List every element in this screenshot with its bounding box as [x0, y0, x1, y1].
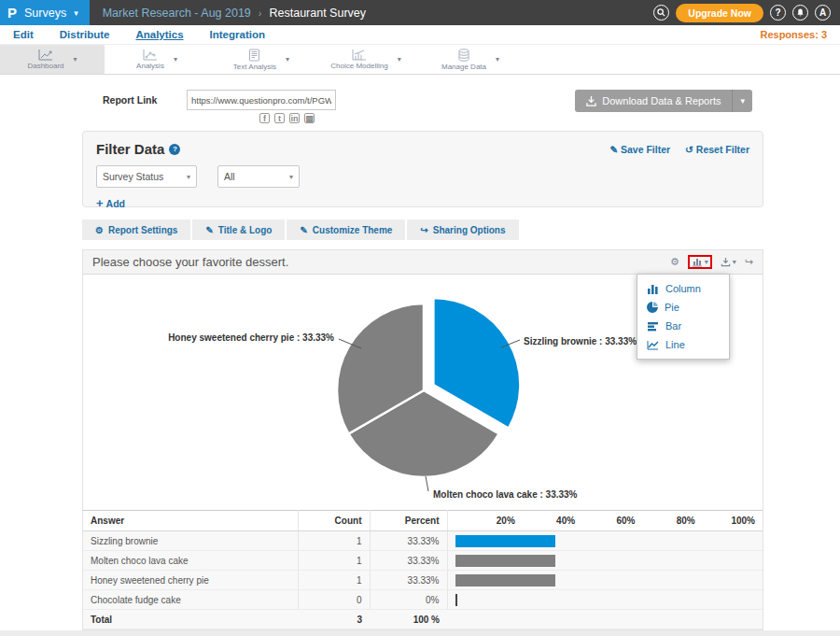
edit-icon: ✎	[205, 225, 213, 235]
count-cell[interactable]: 1	[298, 531, 370, 551]
breadcrumb-parent[interactable]: Market Research - Aug 2019	[103, 7, 251, 20]
avatar[interactable]: A	[815, 5, 831, 21]
answer-cell: Sizzling brownie	[83, 531, 298, 551]
answer-cell: Molten choco lava cake	[83, 551, 298, 571]
filter-data-section: Filter Data ? ✎ Save Filter ↺ Reset Filt…	[82, 131, 763, 207]
count-cell[interactable]: 0	[298, 590, 370, 610]
question-chart-panel: Please choose your favorite dessert. ⚙ ▾…	[82, 249, 763, 630]
count-cell[interactable]: 1	[298, 551, 370, 571]
plus-icon: +	[96, 196, 104, 210]
column-chart-icon	[647, 284, 659, 294]
question-title: Please choose your favorite dessert.	[92, 255, 288, 269]
chart-type-icon[interactable]: ▾	[692, 257, 708, 267]
table-row: Molten choco lava cake 1 33.33%	[83, 551, 763, 571]
tab-analysis[interactable]: Analysis ▾	[105, 45, 209, 74]
tab-dashboard[interactable]: Dashboard ▾	[0, 45, 105, 74]
pie-slice-label: Honey sweetened cherry pie : 33.33%	[168, 332, 334, 343]
facebook-icon[interactable]: f	[259, 113, 270, 123]
chevron-down-icon[interactable]: ▾	[174, 55, 177, 64]
embed-icon[interactable]: ▤	[304, 113, 315, 123]
tab-customize-theme[interactable]: ✎ Customize Theme	[287, 219, 405, 240]
count-column-header: Count	[298, 511, 370, 531]
analysis-chart-icon	[143, 49, 158, 61]
search-icon[interactable]	[653, 5, 669, 21]
tab-manage-data[interactable]: Manage Data ▾	[418, 45, 523, 74]
nav-distribute[interactable]: Distribute	[60, 29, 110, 40]
tab-sharing-options[interactable]: ↪ Sharing Options	[407, 219, 518, 240]
nav-analytics[interactable]: Analytics	[135, 29, 183, 40]
gear-icon: ⚙	[95, 225, 104, 235]
filter-field-select[interactable]: Survey Status ▾	[96, 165, 197, 188]
download-icon	[586, 96, 596, 106]
upgrade-now-button[interactable]: Upgrade Now	[676, 4, 763, 22]
menu-item-pie[interactable]: Pie	[637, 298, 729, 317]
chevron-down-icon: ▾	[74, 8, 78, 18]
reset-icon: ↺	[685, 144, 693, 155]
text-analysis-icon	[248, 49, 260, 62]
total-count: 3	[298, 610, 370, 629]
filter-help-icon[interactable]: ?	[169, 144, 180, 155]
table-total-row: Total 3 100 %	[83, 610, 763, 629]
chevron-down-icon[interactable]: ▾	[398, 55, 401, 64]
help-icon[interactable]: ?	[770, 5, 786, 21]
top-bar-actions: Upgrade Now ? A	[653, 0, 840, 25]
chevron-down-icon[interactable]: ▾	[733, 258, 736, 266]
notifications-bell-icon[interactable]	[792, 5, 808, 21]
analytics-toolbar: Dashboard ▾ Analysis ▾ Text Analysis ▾ C…	[0, 45, 840, 75]
tab-choice-modelling[interactable]: Choice Modelling ▾	[314, 45, 418, 74]
tab-title-logo[interactable]: ✎ Title & Logo	[192, 219, 285, 240]
table-row: Honey sweetened cherry pie 1 33.33%	[83, 571, 763, 590]
total-label: Total	[83, 610, 298, 629]
pie-slice-label: Molten choco lava cake : 33.33%	[433, 489, 578, 500]
chevron-down-icon: ▾	[280, 173, 293, 181]
responses-count[interactable]: Responses: 3	[760, 29, 827, 40]
percent-cell: 33.33%	[370, 531, 447, 551]
table-row: Sizzling brownie 1 33.33%	[83, 531, 763, 551]
percent-cell: 33.33%	[370, 571, 447, 590]
add-filter-button[interactable]: + Add	[96, 196, 125, 210]
chart-share-icon[interactable]: ↪	[745, 256, 753, 268]
twitter-icon[interactable]: t	[274, 113, 285, 123]
percent-bar	[455, 555, 555, 567]
chevron-down-icon[interactable]: ▾	[496, 55, 499, 64]
linkedin-icon[interactable]: in	[289, 113, 300, 123]
breadcrumb: Market Research - Aug 2019 › Restaurant …	[90, 0, 366, 25]
breadcrumb-current: Restaurant Survey	[270, 7, 367, 20]
edit-icon: ✎	[609, 144, 618, 155]
percent-column-header: Percent	[370, 511, 447, 531]
chart-download-icon[interactable]: ▾	[721, 257, 736, 267]
chart-settings-gears-icon[interactable]: ⚙	[670, 256, 679, 268]
page-bottom-strip	[0, 630, 840, 636]
download-data-reports-button[interactable]: Download Data & Reports ▾	[575, 90, 752, 112]
surveys-product-switcher[interactable]: P Surveys ▾	[0, 0, 90, 25]
report-settings-tabs: ⚙ Report Settings ✎ Title & Logo ✎ Custo…	[82, 219, 763, 240]
answer-column-header: Answer	[83, 511, 298, 531]
reset-filter-link[interactable]: ↺ Reset Filter	[685, 144, 749, 155]
percent-cell: 0%	[370, 590, 447, 610]
top-bar: P Surveys ▾ Market Research - Aug 2019 ›…	[0, 0, 840, 25]
chevron-down-icon[interactable]: ▾	[286, 55, 289, 64]
menu-item-column[interactable]: Column	[637, 279, 729, 298]
share-icon: ↪	[420, 225, 427, 235]
count-cell[interactable]: 1	[298, 571, 370, 590]
nav-edit[interactable]: Edit	[13, 29, 34, 40]
pie-chart-icon	[647, 302, 658, 313]
download-options-caret[interactable]: ▾	[732, 90, 752, 112]
percent-bar	[455, 535, 555, 547]
total-percent: 100 %	[370, 610, 447, 629]
filter-value-select[interactable]: All ▾	[217, 165, 300, 188]
chevron-down-icon[interactable]: ▾	[74, 55, 77, 64]
tab-report-settings[interactable]: ⚙ Report Settings	[82, 219, 190, 240]
chart-type-highlight-box: ▾	[688, 255, 712, 269]
nav-integration[interactable]: Integration	[210, 29, 265, 40]
report-link-input[interactable]	[187, 90, 336, 110]
chevron-down-icon[interactable]: ▾	[705, 258, 708, 266]
tab-text-analysis[interactable]: Text Analysis ▾	[209, 45, 314, 74]
line-chart-icon	[647, 340, 659, 350]
menu-item-bar[interactable]: Bar	[637, 317, 729, 335]
menu-item-line[interactable]: Line	[637, 335, 729, 354]
percent-bar	[455, 594, 457, 606]
chevron-down-icon: ▾	[177, 173, 190, 181]
dashboard-chart-icon	[38, 49, 53, 61]
save-filter-link[interactable]: ✎ Save Filter	[609, 144, 670, 155]
